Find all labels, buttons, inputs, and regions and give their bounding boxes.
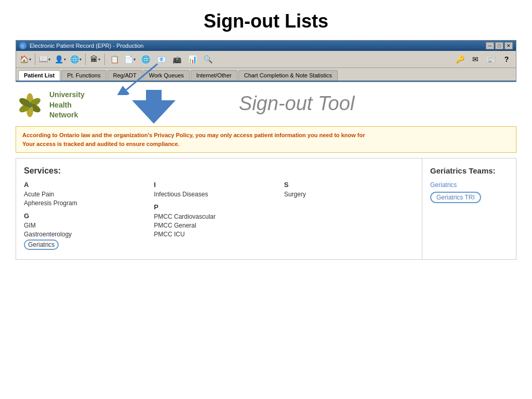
epr-titlebar: C Electronic Patient Record (EPR) - Prod… xyxy=(16,41,516,51)
geriatrics-item-1[interactable]: Geriatrics xyxy=(430,181,508,189)
uhn-line3: Network xyxy=(49,110,85,121)
nav-tabs: Patient List Pt. Functions Reg/ADT Work … xyxy=(16,68,516,82)
service-infectious[interactable]: Infectious Diseases xyxy=(154,191,284,198)
letter-a: A xyxy=(24,181,154,189)
service-pmcc-cardio[interactable]: PMCC Cardiovascular xyxy=(154,213,284,220)
privacy-line1: According to Ontario law and the organiz… xyxy=(22,131,510,140)
dropdown-arrow-4: ▾ xyxy=(79,57,82,62)
service-gastro[interactable]: Gastroenterology xyxy=(24,231,154,238)
building-icon: 🏛 xyxy=(90,55,98,63)
person-icon: 👤 xyxy=(55,55,63,63)
tab-pt-functions[interactable]: Pt. Functions xyxy=(61,70,106,81)
geriatrics-panel: Geriatrics Teams: Geriatrics Geriatrics … xyxy=(422,158,516,259)
book-button[interactable]: 📖 ▾ xyxy=(37,52,52,66)
building-button[interactable]: 🏛 ▾ xyxy=(88,52,102,66)
services-col-3: S Surgery xyxy=(284,181,414,251)
key-button[interactable]: 🔑 xyxy=(453,52,467,66)
service-acute-pain[interactable]: Acute Pain xyxy=(24,191,154,198)
geriatrics-title: Geriatrics Teams: xyxy=(430,166,508,175)
letter-p: P xyxy=(154,203,284,211)
newspaper-icon: 📰 xyxy=(487,55,496,63)
svg-point-6 xyxy=(28,103,32,108)
service-pmcc-general[interactable]: PMCC General xyxy=(154,222,284,229)
help-icon: ? xyxy=(504,55,509,63)
uhn-line2: Health xyxy=(49,100,85,111)
privacy-notice: According to Ontario law and the organiz… xyxy=(16,126,516,153)
dropdown-arrow: ▾ xyxy=(29,57,31,62)
epr-icon: C xyxy=(19,42,26,49)
dropdown-arrow-2: ▾ xyxy=(48,57,50,62)
toolbar-separator-2 xyxy=(85,54,86,65)
uhn-logo-text: University Health Network xyxy=(49,90,85,121)
service-pmcc-icu[interactable]: PMCC ICU xyxy=(154,231,284,238)
services-panel: Services: A Acute Pain Apheresis Program… xyxy=(16,158,422,259)
services-container: Services: A Acute Pain Apheresis Program… xyxy=(16,158,516,260)
services-columns: A Acute Pain Apheresis Program G GIM Gas… xyxy=(24,181,414,251)
close-button[interactable]: ✕ xyxy=(504,42,513,49)
tab-patient-list[interactable]: Patient List xyxy=(18,70,60,81)
tab-internet-other[interactable]: Internet/Other xyxy=(191,70,237,81)
service-apheresis[interactable]: Apheresis Program xyxy=(24,200,154,207)
uhn-logo: University Health Network xyxy=(16,90,85,121)
globe-button[interactable]: 🌐 ▾ xyxy=(69,52,83,66)
envelope-button[interactable]: ✉ xyxy=(468,52,483,66)
home-button[interactable]: 🏠 ▾ xyxy=(18,52,33,66)
svg-line-8 xyxy=(126,64,157,90)
page-title: Sign-out Lists xyxy=(0,0,532,40)
epr-window: C Electronic Patient Record (EPR) - Prod… xyxy=(16,40,516,82)
dropdown-arrow-3: ▾ xyxy=(64,57,66,62)
help-button[interactable]: ? xyxy=(499,52,514,66)
service-surgery[interactable]: Surgery xyxy=(284,191,414,198)
person-button[interactable]: 👤 ▾ xyxy=(53,52,68,66)
service-geriatrics[interactable]: Geriatrics xyxy=(24,240,59,250)
search-button[interactable]: 🔍 xyxy=(201,52,215,66)
titlebar-left: C Electronic Patient Record (EPR) - Prod… xyxy=(19,42,143,49)
toolbar-separator-3 xyxy=(104,54,105,65)
book-icon: 📖 xyxy=(39,55,48,63)
services-title: Services: xyxy=(24,166,414,176)
services-col-2: I Infectious Diseases P PMCC Cardiovascu… xyxy=(154,181,284,251)
titlebar-buttons: ─ □ ✕ xyxy=(486,42,513,49)
newspaper-button[interactable]: 📰 xyxy=(484,52,498,66)
privacy-line2: Your access is tracked and audited to en… xyxy=(22,140,510,149)
envelope-icon: ✉ xyxy=(472,55,478,63)
uhn-line1: University xyxy=(49,90,85,100)
epr-toolbar: 🏠 ▾ 📖 ▾ 👤 ▾ 🌐 ▾ 🏛 ▾ 📋 📄 ▾ 🌐 xyxy=(16,51,516,68)
services-col-1: A Acute Pain Apheresis Program G GIM Gas… xyxy=(24,181,154,251)
uhn-logo-svg xyxy=(16,91,44,119)
chart-icon: 📊 xyxy=(188,55,197,63)
toolbar-separator-1 xyxy=(35,54,35,65)
annotation-arrow-svg xyxy=(116,59,178,95)
search-icon: 🔍 xyxy=(204,55,212,63)
chart-button[interactable]: 📊 xyxy=(185,52,200,66)
epr-title: Electronic Patient Record (EPR) - Produc… xyxy=(30,43,143,49)
service-gim[interactable]: GIM xyxy=(24,222,154,229)
globe-icon: 🌐 xyxy=(70,55,79,63)
dropdown-arrow-5: ▾ xyxy=(98,57,100,62)
letter-s: S xyxy=(284,181,414,189)
minimize-button[interactable]: ─ xyxy=(486,42,494,49)
signout-tool-title: Sign-out Tool xyxy=(223,92,516,115)
restore-button[interactable]: □ xyxy=(495,42,503,49)
tab-chart-completion[interactable]: Chart Completion & Note Statistics xyxy=(238,70,338,81)
key-icon: 🔑 xyxy=(456,55,464,63)
geriatrics-item-2[interactable]: Geriatrics TRI xyxy=(430,192,481,203)
letter-i: I xyxy=(154,181,284,189)
letter-g: G xyxy=(24,212,154,220)
home-icon: 🏠 xyxy=(20,55,29,63)
